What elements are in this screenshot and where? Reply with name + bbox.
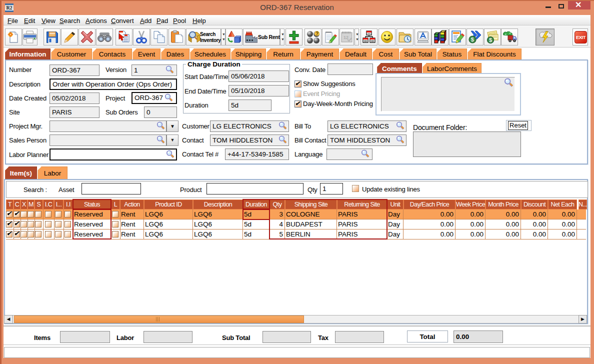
svg-text:?: ? [316, 31, 318, 36]
svg-text:$: $ [489, 37, 492, 43]
svg-text:$: $ [471, 36, 474, 42]
